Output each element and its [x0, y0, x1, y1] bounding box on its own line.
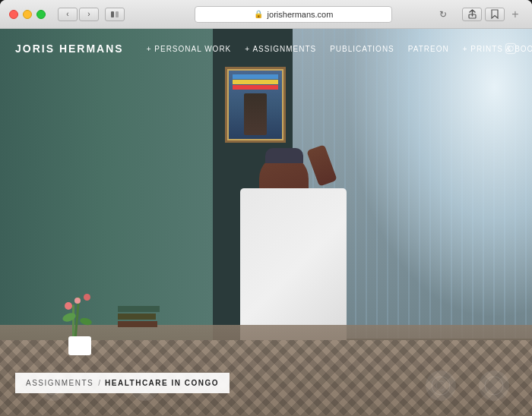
refresh-button[interactable]: ↻: [436, 8, 450, 21]
nav-publications[interactable]: PUBLICATIONS: [330, 45, 394, 53]
address-bar-wrapper: 🔒 jorishermans.com ↻: [131, 6, 456, 23]
nav-prints-books[interactable]: PRINTS & BOOKS: [463, 45, 532, 53]
caption-divider: /: [98, 379, 100, 387]
nav-menu: PERSONAL WORK ASSIGNMENTS PUBLICATIONS P…: [147, 45, 532, 53]
toolbar-right: +: [462, 7, 523, 22]
main-subject: [225, 143, 362, 355]
browser-window: ‹ › 🔒 jorishermans.com ↻: [0, 0, 532, 416]
share-button[interactable]: [462, 8, 482, 21]
site-navigation: JORIS HERMANS PERSONAL WORK ASSIGNMENTS …: [0, 29, 532, 68]
svg-rect-0: [111, 11, 114, 17]
new-tab-button[interactable]: +: [508, 7, 523, 22]
back-wall: [0, 29, 213, 358]
svg-point-4: [508, 46, 514, 52]
address-bar[interactable]: 🔒 jorishermans.com: [195, 6, 392, 23]
nav-personal-work[interactable]: PERSONAL WORK: [147, 45, 232, 53]
nav-patreon[interactable]: PATREON: [408, 45, 449, 53]
forward-button[interactable]: ›: [79, 8, 99, 21]
plant-pot: [68, 336, 91, 355]
traffic-lights: [9, 10, 46, 19]
caption-bar: ASSIGNMENTS / HEALTHCARE IN CONGO: [15, 373, 230, 393]
close-button[interactable]: [9, 10, 18, 19]
back-button[interactable]: ‹: [58, 8, 78, 21]
caption-title: HEALTHCARE IN CONGO: [105, 379, 219, 387]
svg-rect-3: [505, 43, 515, 53]
website-content: JORIS HERMANS PERSONAL WORK ASSIGNMENTS …: [0, 29, 532, 416]
frame-person: [244, 93, 267, 135]
frame-inner: [229, 71, 282, 139]
site-logo[interactable]: JORIS HERMANS: [15, 43, 124, 55]
minimize-button[interactable]: [23, 10, 32, 19]
books-stack: [118, 306, 160, 329]
wall-frame: [225, 67, 286, 143]
titlebar: ‹ › 🔒 jorishermans.com ↻: [0, 0, 532, 29]
fullscreen-button[interactable]: [36, 10, 46, 19]
nav-assignments[interactable]: ASSIGNMENTS: [245, 45, 316, 53]
reader-view-button[interactable]: [105, 8, 125, 21]
instagram-icon[interactable]: [505, 43, 517, 57]
window-light: [346, 29, 532, 320]
svg-rect-1: [116, 11, 119, 17]
url-text: jorishermans.com: [268, 10, 334, 19]
navigation-buttons: ‹ ›: [58, 8, 99, 21]
add-bookmark-button[interactable]: [485, 8, 505, 21]
lock-icon: 🔒: [254, 10, 263, 18]
plant-decoration: [61, 295, 99, 355]
caption-section: ASSIGNMENTS: [26, 379, 93, 387]
svg-point-5: [513, 46, 514, 46]
